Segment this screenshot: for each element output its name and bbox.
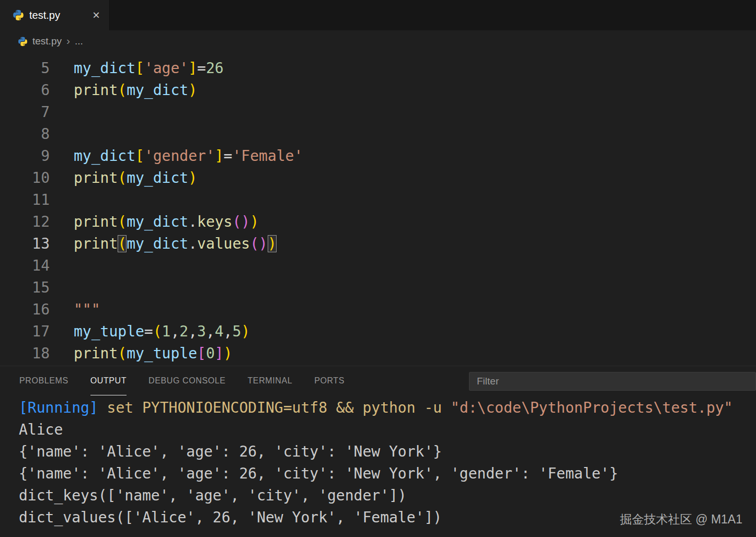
breadcrumb-file[interactable]: test.py <box>32 36 62 47</box>
code-line[interactable]: 8 <box>0 123 756 145</box>
code-text: print(my_dict) <box>74 167 197 189</box>
token: 26 <box>206 60 224 77</box>
token: 'Female' <box>232 147 303 165</box>
token: "d:\code\PythonProjects\test.py" <box>451 399 732 416</box>
code-line[interactable]: 17my_tuple=(1,2,3,4,5) <box>0 321 756 343</box>
token: my_tuple <box>127 345 197 362</box>
token: [ <box>135 60 144 77</box>
panel-tab-output[interactable]: OUTPUT <box>90 366 127 395</box>
line-number: 7 <box>0 101 50 123</box>
code-text: my_dict['age']=26 <box>74 57 224 79</box>
output-content[interactable]: [Running] set PYTHONIOENCODING=utf8 && p… <box>0 395 756 529</box>
token: [Running] <box>19 399 107 416</box>
line-number: 14 <box>0 255 50 277</box>
token: ) <box>241 323 250 340</box>
code-line[interactable]: 14 <box>0 255 756 277</box>
token: keys <box>197 213 232 230</box>
panel-tab-debug-console[interactable]: DEBUG CONSOLE <box>148 366 225 395</box>
token: ] <box>215 345 224 362</box>
code-line[interactable]: 15 <box>0 277 756 299</box>
token: 0 <box>206 345 215 362</box>
token: 3 <box>197 323 206 340</box>
token: ) <box>188 169 197 186</box>
panel-tab-terminal[interactable]: TERMINAL <box>247 366 292 395</box>
output-line: [Running] set PYTHONIOENCODING=utf8 && p… <box>19 397 756 419</box>
code-line[interactable]: 11 <box>0 189 756 211</box>
output-line: dict_keys(['name', 'age', 'city', 'gende… <box>19 485 756 507</box>
token: my_dict <box>74 147 135 165</box>
token: , <box>224 323 233 340</box>
token: my_dict <box>74 60 135 77</box>
line-number: 17 <box>0 321 50 343</box>
filter-input[interactable] <box>469 372 756 391</box>
token: 'gender' <box>144 147 215 165</box>
line-number: 18 <box>0 343 50 365</box>
code-line[interactable]: 13print(my_dict.values()) <box>0 233 756 255</box>
code-text: print(my_dict) <box>74 79 197 101</box>
code-text: print(my_dict.keys()) <box>74 211 259 233</box>
code-line[interactable]: 5my_dict['age']=26 <box>0 57 756 79</box>
token: [ <box>135 147 144 165</box>
token: 5 <box>232 323 241 340</box>
token: dict_values(['Alice', 26, 'New York', 'F… <box>19 509 442 526</box>
token: my_dict <box>127 213 188 230</box>
editor[interactable]: 5my_dict['age']=266print(my_dict)789my_d… <box>0 52 756 365</box>
token: ( <box>153 323 162 340</box>
python-icon <box>13 9 24 21</box>
token: values <box>197 235 250 252</box>
tab-test-py[interactable]: test.py × <box>0 0 110 30</box>
token: , <box>170 323 179 340</box>
panel-tab-ports[interactable]: PORTS <box>314 366 345 395</box>
code-line[interactable]: 12print(my_dict.keys()) <box>0 211 756 233</box>
token: , <box>188 323 197 340</box>
token: ) <box>259 235 268 252</box>
token: my_dict <box>127 81 188 99</box>
token: my_dict <box>127 169 188 186</box>
breadcrumb-symbol[interactable]: ... <box>75 36 83 47</box>
token: 4 <box>215 323 224 340</box>
token: Alice <box>19 421 63 438</box>
code-line[interactable]: 16""" <box>0 299 756 321</box>
code-text: print(my_tuple[0]) <box>74 343 232 365</box>
token: print <box>74 235 118 252</box>
panel-tab-problems[interactable]: PROBLEMS <box>19 366 68 395</box>
token: ) <box>241 213 250 230</box>
token: print <box>74 345 118 362</box>
chevron-right-icon: › <box>66 34 70 47</box>
token: ( <box>232 213 241 230</box>
token: ( <box>118 169 127 186</box>
token: ) <box>224 345 233 362</box>
token: ) <box>250 213 259 230</box>
code-text: """ <box>74 299 100 321</box>
code-line[interactable]: 6print(my_dict) <box>0 79 756 101</box>
python-icon <box>18 37 28 46</box>
output-line: {'name': 'Alice', 'age': 26, 'city': 'Ne… <box>19 441 756 463</box>
token: 2 <box>179 323 188 340</box>
line-number: 5 <box>0 57 50 79</box>
token: . <box>188 213 197 230</box>
code-line[interactable]: 10print(my_dict) <box>0 167 756 189</box>
line-number: 12 <box>0 211 50 233</box>
token: ( <box>118 235 127 252</box>
token: my_tuple <box>74 323 144 340</box>
close-icon[interactable]: × <box>89 8 103 22</box>
line-number: 16 <box>0 299 50 321</box>
editor-tab-bar: test.py × <box>0 0 756 30</box>
token: ] <box>215 147 224 165</box>
line-number: 8 <box>0 123 50 145</box>
token: print <box>74 81 118 99</box>
token: print <box>74 213 118 230</box>
code-line[interactable]: 18print(my_tuple[0]) <box>0 343 756 365</box>
tab-title: test.py <box>29 9 84 21</box>
token: 1 <box>162 323 171 340</box>
line-number: 6 <box>0 79 50 101</box>
token: ) <box>188 81 197 99</box>
token: set PYTHONIOENCODING=utf8 && python -u <box>107 399 451 416</box>
token: 'age' <box>144 60 188 77</box>
breadcrumb[interactable]: test.py › ... <box>0 30 756 52</box>
code-line[interactable]: 9my_dict['gender']='Female' <box>0 145 756 167</box>
token: , <box>206 323 215 340</box>
code-line[interactable]: 7 <box>0 101 756 123</box>
code-text: my_dict['gender']='Female' <box>74 145 303 167</box>
token: ( <box>250 235 259 252</box>
